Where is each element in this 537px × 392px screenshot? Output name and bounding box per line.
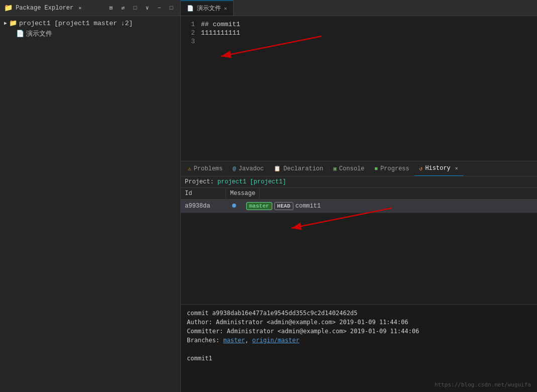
project-folder-icon: 📁 [9, 19, 17, 27]
svg-line-3 [291, 208, 392, 228]
tab-file-icon: 📄 [187, 5, 194, 12]
history-red-arrow [281, 203, 422, 263]
sidebar-expand-btn[interactable]: □ [130, 3, 140, 13]
panel-title: Package Explorer [16, 5, 73, 12]
sidebar-min-btn[interactable]: − [154, 3, 164, 13]
commit-id: a9938da [181, 202, 226, 211]
bottom-area: ⚠ Problems @ Javadoc 📋 Declaration ▣ Con… [181, 161, 537, 392]
declaration-icon: 📋 [274, 165, 281, 172]
editor-area[interactable]: 1 ## commit1 2 1111111111 3 [181, 16, 537, 161]
package-explorer-icon: 📁 [4, 4, 13, 12]
editor-tab-bar: 📄 演示文件 ✕ [181, 0, 537, 16]
problems-icon: ⚠ [188, 165, 191, 172]
javadoc-icon: @ [233, 166, 236, 172]
line-number-3: 3 [181, 38, 201, 45]
javadoc-label: Javadoc [239, 165, 264, 172]
editor-line-1: 1 ## commit1 [181, 20, 537, 29]
package-explorer-header: 📁 Package Explorer ✕ ⊞ ⇄ □ ∨ − □ [0, 0, 180, 16]
sidebar-sync-btn[interactable]: ⇄ [118, 3, 128, 13]
sidebar-max-btn[interactable]: □ [166, 3, 176, 13]
progress-label: Progress [380, 165, 409, 172]
commit-dot-cell [226, 202, 242, 211]
branch-master-link[interactable]: master [223, 337, 245, 344]
sidebar-actions: ⊞ ⇄ □ ∨ − □ [106, 3, 176, 13]
bottom-tab-bar: ⚠ Problems @ Javadoc 📋 Declaration ▣ Con… [181, 161, 537, 176]
console-line-2: Author: Administrator <admin@example.com… [187, 318, 531, 327]
line-content-2: 1111111111 [201, 29, 240, 37]
console-line-6: commit1 [187, 354, 531, 363]
tab-declaration[interactable]: 📋 Declaration [269, 162, 328, 176]
sidebar: 📁 Package Explorer ✕ ⊞ ⇄ □ ∨ − □ ▶ 📁 pro… [0, 0, 181, 392]
tab-problems[interactable]: ⚠ Problems [183, 162, 228, 176]
panel-close-icon[interactable]: ✕ [78, 5, 81, 11]
sidebar-dropdown-btn[interactable]: ∨ [142, 3, 152, 13]
console-label: Console [339, 165, 364, 172]
file-icon: 📄 [16, 30, 24, 38]
console-line-1: commit a9938dab16e477a1e9545dd355c9c2d14… [187, 309, 531, 318]
tab-console[interactable]: ▣ Console [328, 162, 369, 176]
main-area: 📄 演示文件 ✕ 1 ## commit1 2 1111111111 3 [181, 0, 537, 392]
progress-icon: ■ [375, 166, 378, 172]
line-number-2: 2 [181, 29, 201, 37]
console-output: commit a9938dab16e477a1e9545dd355c9c2d14… [181, 304, 537, 392]
history-icon: ↺ [419, 165, 423, 172]
sidebar-tree: ▶ 📁 project1 [project1 master ↓2] 📄 演示文件 [0, 16, 180, 392]
tree-file[interactable]: 📄 演示文件 [0, 28, 180, 39]
commit-dot-icon [232, 204, 236, 208]
tab-javadoc[interactable]: @ Javadoc [228, 162, 269, 176]
editor-line-3: 3 [181, 37, 537, 46]
sidebar-new-btn[interactable]: ⊞ [106, 3, 116, 13]
declaration-label: Declaration [283, 165, 323, 172]
expand-arrow-icon: ▶ [4, 20, 7, 26]
history-panel: Project: project1 [project1] Id Message … [181, 176, 537, 392]
tab-label: 演示文件 [197, 4, 221, 13]
project-info: Project: project1 [project1] [181, 176, 537, 188]
console-icon: ▣ [333, 165, 337, 172]
console-line-5 [187, 345, 531, 354]
history-label: History [425, 165, 450, 172]
tree-project[interactable]: ▶ 📁 project1 [project1 master ↓2] [0, 18, 180, 28]
watermark: https://blog.csdn.net/wuguifa [435, 381, 531, 388]
history-close-icon[interactable]: ✕ [455, 165, 458, 171]
master-badge: master [246, 202, 272, 210]
project-label: project1 [project1 master ↓2] [19, 20, 133, 27]
tab-progress[interactable]: ■ Progress [370, 162, 414, 176]
tab-history[interactable]: ↺ History ✕ [414, 162, 463, 176]
branch-origin-master-link[interactable]: origin/master [252, 337, 299, 344]
line-number-1: 1 [181, 21, 201, 28]
col-message: Message [226, 188, 260, 199]
file-label: 演示文件 [26, 29, 52, 38]
project-name: project1 [project1] [218, 178, 286, 185]
editor-tab[interactable]: 📄 演示文件 ✕ [181, 1, 234, 16]
editor-line-2: 2 1111111111 [181, 29, 537, 37]
tab-close-icon[interactable]: ✕ [224, 6, 227, 12]
console-line-4: Branches: master, origin/master [187, 336, 531, 345]
history-table-header: Id Message [181, 188, 537, 200]
history-table: Id Message a9938da master HEAD commit1 [181, 188, 537, 304]
problems-label: Problems [194, 165, 223, 172]
col-id: Id [181, 188, 226, 199]
line-content-1: ## commit1 [201, 21, 240, 28]
console-line-3: Committer: Administrator <admin@example.… [187, 327, 531, 336]
